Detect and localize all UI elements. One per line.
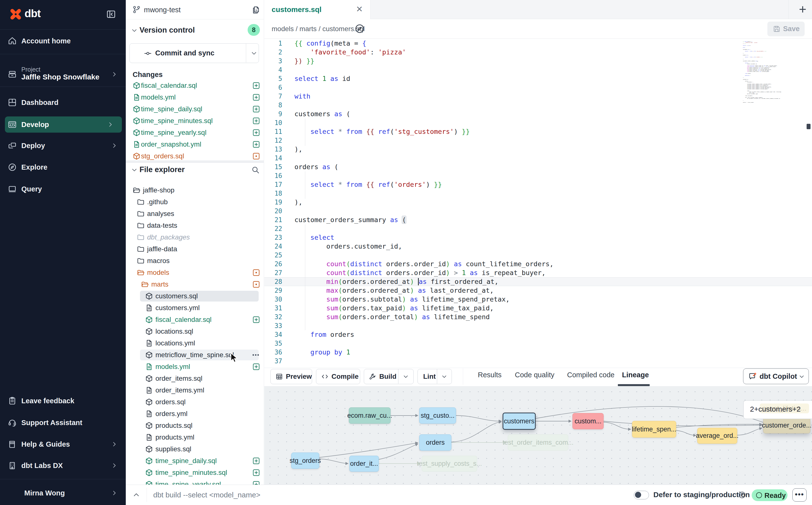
sidebar-item-support-assistant[interactable]: Support Assistant	[0, 414, 126, 431]
file-explorer-header[interactable]: File explorer	[126, 164, 264, 176]
tree-item-orders-sql[interactable]: orders.sql	[126, 396, 264, 408]
lineage-node-ecom[interactable]: ecom.raw_cu...	[349, 407, 390, 424]
defer-toggle[interactable]	[634, 491, 649, 499]
chevron-down-icon[interactable]	[251, 50, 257, 56]
change-row[interactable]: time_spine_daily.sql	[126, 103, 264, 115]
tree-item-jaffle-data[interactable]: jaffle-data	[126, 243, 264, 255]
lineage-node-test_order_items[interactable]: test_order_items_com...	[508, 435, 568, 451]
code-editor[interactable]: {{ config(meta = { 'favorite_food': 'piz…	[264, 39, 812, 368]
sidebar-item-dashboard[interactable]: Dashboard	[0, 95, 126, 111]
tree-item-orders-yml[interactable]: orders.yml	[126, 408, 264, 420]
version-control-header[interactable]: Version control 8	[126, 24, 264, 36]
tree-item-customers-sql[interactable]: customers.sql	[126, 290, 264, 302]
more-options-button[interactable]: •••	[792, 488, 807, 502]
lineage-node-average[interactable]: average_ord...	[697, 428, 737, 444]
chevron-down-icon[interactable]	[403, 374, 409, 379]
tree-item-products-yml[interactable]: products.yml	[126, 432, 264, 443]
tree-item-models-yml[interactable]: models.yml	[126, 361, 264, 373]
dot-square-icon[interactable]	[252, 152, 260, 160]
chevron-down-icon[interactable]	[441, 374, 447, 379]
change-row[interactable]: time_spine_minutes.sql	[126, 115, 264, 127]
tab-compiled-code[interactable]: Compiled code	[567, 371, 614, 379]
change-row[interactable]: fiscal_calendar.sql	[126, 80, 264, 92]
lineage-node-stg_customers[interactable]: stg_custo...	[419, 407, 456, 424]
tree-item-analyses[interactable]: analyses	[126, 208, 264, 220]
lineage-canvas[interactable]: ecom.raw_cu...stg_custo...customerscusto…	[264, 386, 812, 485]
tree-item-order-items-sql[interactable]: order_items.sql	[126, 373, 264, 384]
sidebar-item-account-home[interactable]: Account home	[0, 33, 126, 49]
tree-item-jaffle-shop[interactable]: jaffle-shop	[126, 184, 264, 196]
add-file-icon[interactable]	[252, 363, 260, 371]
help-circle-icon[interactable]	[738, 491, 746, 499]
new-tab-button[interactable]: +	[796, 2, 810, 17]
add-file-icon[interactable]	[252, 481, 260, 485]
sidebar-user-menu[interactable]: Mirna Wong	[0, 485, 126, 501]
change-row[interactable]: models.yml	[126, 92, 264, 103]
tree-item-models[interactable]: models	[126, 267, 264, 279]
tree-item-macros[interactable]: macros	[126, 255, 264, 267]
tree-item-fiscal-calendar-sql[interactable]: fiscal_calendar.sql	[126, 314, 264, 326]
lineage-node-lifetime[interactable]: lifetime_spen...	[632, 421, 676, 438]
sidebar-item-leave-feedback[interactable]: Leave feedback	[0, 393, 126, 409]
add-file-icon[interactable]	[252, 129, 260, 137]
tree-item--github[interactable]: .github	[126, 196, 264, 208]
preview-button[interactable]: Preview	[271, 369, 312, 384]
lineage-node-order_items[interactable]: order_it...	[349, 456, 379, 472]
command-input[interactable]: dbt build --select <model_name>	[153, 491, 261, 499]
chevron-up-icon[interactable]	[133, 491, 140, 499]
row-menu-icon[interactable]	[251, 351, 261, 359]
tab-code-quality[interactable]: Code quality	[515, 371, 554, 379]
tree-item-marts[interactable]: marts	[126, 279, 264, 290]
sidebar-item-deploy[interactable]: Deploy	[0, 138, 126, 154]
search-icon[interactable]	[251, 166, 260, 174]
add-file-icon[interactable]	[252, 105, 260, 113]
sidebar-item-dbt-labs-dx[interactable]: dbt Labs DX	[0, 458, 126, 474]
tree-item-time-spine-daily-sql[interactable]: time_spine_daily.sql	[126, 455, 264, 467]
add-file-icon[interactable]	[252, 141, 260, 148]
tree-item-order-items-yml[interactable]: order_items.yml	[126, 384, 264, 396]
tree-item-time-spine-yearly-sql[interactable]: time_spine_yearly.sql	[126, 479, 264, 485]
tree-item-dbt-packages[interactable]: dbt_packages	[126, 231, 264, 243]
lint-button[interactable]: Lint	[418, 369, 452, 384]
lineage-node-stg_orders[interactable]: stg_orders	[291, 453, 319, 469]
lineage-search-input[interactable]: count_lifetim... 2+customers+2	[743, 400, 812, 419]
add-file-icon[interactable]	[252, 316, 260, 324]
tree-item-supplies-sql[interactable]: supplies.sql	[126, 443, 264, 455]
copilot-compass-icon[interactable]	[354, 23, 365, 34]
compile-button[interactable]: Compile	[316, 369, 360, 384]
tree-item-data-tests[interactable]: data-tests	[126, 220, 264, 231]
lineage-node-orders[interactable]: orders	[419, 435, 451, 451]
lineage-node-customers[interactable]: customers	[503, 412, 536, 430]
tree-item-products-sql[interactable]: products.sql	[126, 420, 264, 432]
sidebar-item-explore[interactable]: Explore	[0, 159, 126, 175]
add-file-icon[interactable]	[252, 469, 260, 477]
dbt-copilot-button[interactable]: dbt Copilot	[743, 368, 809, 384]
tab-results[interactable]: Results	[478, 371, 502, 379]
add-file-icon[interactable]	[252, 81, 260, 90]
change-row[interactable]: stg_orders.sql	[126, 150, 264, 161]
copy-diff-icon[interactable]	[251, 5, 261, 14]
add-file-icon[interactable]	[252, 94, 260, 101]
tree-item-metricflow-time-spine-sql[interactable]: metricflow_time_spine.sql	[126, 349, 264, 361]
status-badge[interactable]: Ready	[752, 489, 788, 501]
close-icon[interactable]: ✕	[355, 5, 363, 13]
tree-item-time-spine-minutes-sql[interactable]: time_spine_minutes.sql	[126, 467, 264, 479]
commit-and-sync-button[interactable]: Commit and sync	[130, 43, 259, 63]
sidebar-item-project[interactable]: Project Jaffle Shop Snowflake	[0, 62, 126, 86]
add-file-icon[interactable]	[252, 117, 260, 125]
change-row[interactable]: time_spine_yearly.sql	[126, 127, 264, 139]
lineage-node-customer_orde[interactable]: customer_orde...	[763, 417, 810, 434]
add-file-icon[interactable]	[252, 457, 260, 465]
change-row[interactable]: order_snapshot.yml	[126, 139, 264, 150]
tree-item-locations-sql[interactable]: locations.sql	[126, 326, 264, 337]
tree-item-customers-yml[interactable]: customers.yml	[126, 302, 264, 314]
tab-customers-sql[interactable]: customers.sql ✕	[264, 0, 370, 19]
lineage-node-custom[interactable]: custom...	[573, 413, 604, 429]
sidebar-item-help-guides[interactable]: Help & Guides	[0, 436, 126, 452]
tab-lineage[interactable]: Lineage	[622, 371, 649, 379]
sidebar-item-develop[interactable]: Develop	[5, 117, 122, 133]
build-button[interactable]: Build	[364, 369, 414, 384]
sidebar-item-query[interactable]: Query	[0, 181, 126, 197]
lineage-node-test_supply[interactable]: test_supply_costs_s...	[422, 456, 477, 472]
save-button[interactable]: Save	[767, 22, 805, 36]
